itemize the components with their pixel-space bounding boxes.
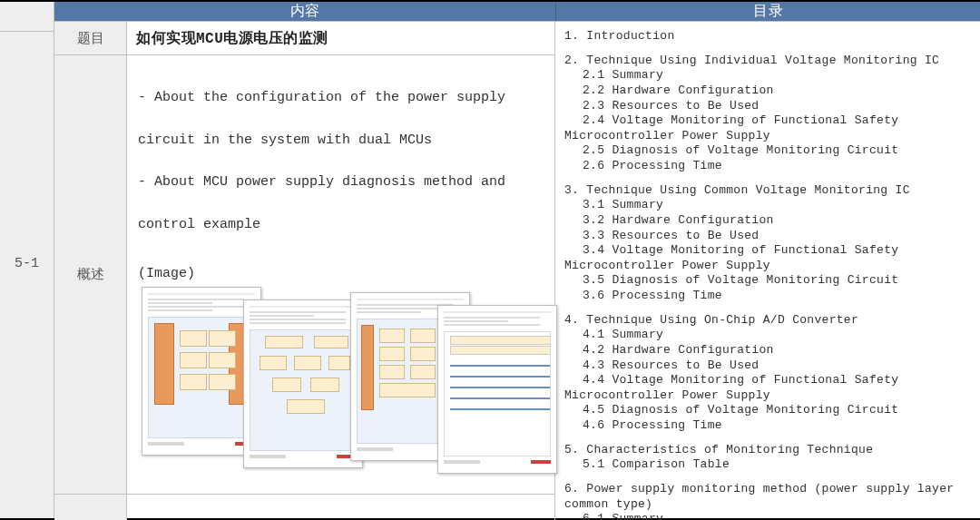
toc-subitem: 2.5 Diagnosis of Voltage Monitoring Circ… [564,143,973,159]
toc-subitem: 2.4 Voltage Monitoring of Functional Saf… [564,113,973,129]
row-overview-label: 概述 [54,55,127,494]
content-table: 题目 如何实现MCU电源电压的监测 概述 - About the configu… [54,22,555,520]
overview-description: - About the configuration of the power s… [136,63,545,235]
overview-line: circuit in the system with dual MCUs [138,132,432,148]
toc-column: 1. Introduction 2. Technique Using Indiv… [555,22,980,520]
diagram-icon [148,317,255,438]
row-pages-label: 页数 [54,495,127,520]
toc-subitem: 3.5 Diagnosis of Voltage Monitoring Circ… [564,273,973,289]
page-thumbnail [437,305,557,474]
toc-group: 5. Characteristics of Monitoring Techniq… [564,443,973,473]
toc-subitem: 3.1 Summary [564,198,973,213]
toc-subitem: 4.4 Voltage Monitoring of Functional Saf… [564,373,973,388]
document-table: 5-1 内容 目录 题目 如何实现MCU电源电压的监测 概述 [0,0,980,520]
toc-group: 2. Technique Using Individual Voltage Mo… [564,54,973,174]
content-column: 内容 目录 题目 如何实现MCU电源电压的监测 概述 - About the c… [54,2,980,518]
toc-group: 4. Technique Using On-Chip A/D Converter… [564,313,973,434]
page-thumbnail [243,299,363,468]
row-pages-value: 28 页 [127,495,554,520]
row-title: 题目 如何实现MCU电源电压的监测 [54,22,554,55]
toc-subitem: 4.6 Processing Time [564,418,973,434]
toc-group: 6. Power supply monitoring method (power… [564,482,973,520]
toc-subitem: 5.1 Comparison Table [564,457,973,473]
row-overview: 概述 - About the configuration of the powe… [54,55,554,495]
toc-item: 4. Technique Using On-Chip A/D Converter [564,313,973,329]
header-band: 内容 目录 [54,2,980,22]
toc-subitem-cont: Microcontroller Power Supply [564,259,973,274]
toc-item: 1. Introduction [564,29,973,44]
toc-subitem: 2.3 Resources to Be Used [564,99,973,114]
toc-subitem: 3.4 Voltage Monitoring of Functional Saf… [564,243,973,259]
header-content-label: 内容 [54,2,556,21]
toc-subitem-cont: Microcontroller Power Supply [564,129,973,144]
header-toc-label: 目录 [556,2,980,21]
toc-group: 1. Introduction [564,29,973,44]
body-area: 题目 如何实现MCU电源电压的监测 概述 - About the configu… [54,22,980,520]
diagram-icon [250,329,357,451]
toc-subitem: 2.6 Processing Time [564,159,973,174]
toc-subitem: 3.6 Processing Time [564,289,973,304]
toc-item: 6. Power supply monitoring method (power… [564,482,973,497]
toc-item: 5. Characteristics of Monitoring Techniq… [564,443,973,458]
index-column: 5-1 [0,2,54,518]
toc-subitem: 2.1 Summary [564,68,973,83]
toc-subitem: 2.2 Hardware Configuration [564,83,973,99]
toc-item: 3. Technique Using Common Voltage Monito… [564,183,973,199]
toc-item: 2. Technique Using Individual Voltage Mo… [564,54,973,69]
image-label: (Image) [138,266,545,281]
row-overview-value: - About the configuration of the power s… [127,55,554,494]
toc-group: 3. Technique Using Common Voltage Monito… [564,183,973,304]
thumbnail-group [136,287,545,486]
row-title-label: 题目 [54,22,127,54]
toc-item-cont: common type) [564,497,973,513]
overview-line: - About the configuration of the power s… [138,90,505,105]
diagram-icon [444,331,551,456]
toc-subitem: 3.3 Resources to Be Used [564,229,973,244]
toc-subitem: 4.3 Resources to Be Used [564,358,973,374]
toc-subitem: 6.1 Summary [564,512,973,520]
toc-subitem: 4.1 Summary [564,328,973,343]
toc-subitem: 4.5 Diagnosis of Voltage Monitoring Circ… [564,403,973,418]
section-index: 5-1 [15,256,39,271]
row-pages: 页数 28 页 [54,495,554,520]
toc-subitem: 3.2 Hardware Configuration [564,213,973,229]
toc-subitem-cont: Microcontroller Power Supply [564,388,973,404]
overview-line: - About MCU power supply diagnosis metho… [138,174,505,190]
row-title-value: 如何实现MCU电源电压的监测 [127,22,554,54]
toc-subitem: 4.2 Hardware Configuration [564,343,973,358]
overview-line: control example [138,217,260,232]
